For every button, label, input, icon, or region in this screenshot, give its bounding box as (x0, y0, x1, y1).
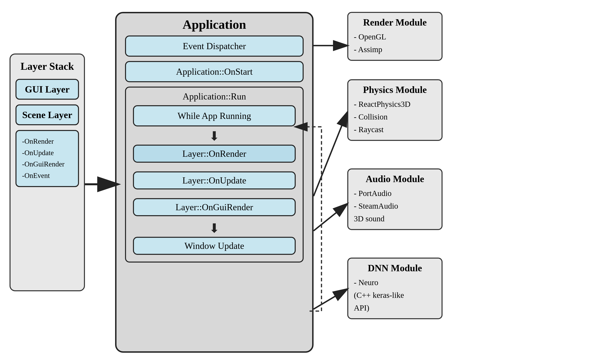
layer-on-render-box: Layer::OnRender (133, 145, 296, 163)
physics-module-content: - ReactPhysics3D- Collision- Raycast (354, 98, 436, 136)
app-run-label: Application::Run (182, 91, 246, 102)
scene-layer-box: Scene Layer (15, 104, 79, 125)
render-module-panel: Render Module - OpenGL- Assimp (347, 12, 443, 61)
dnn-module-title: DNN Module (354, 262, 436, 273)
application-panel: Application Event Dispatcher Application… (115, 12, 314, 353)
render-module-title: Render Module (354, 17, 436, 28)
audio-module-content: - PortAudio- SteamAudio3D sound (354, 187, 436, 225)
layer-stack-title: Layer Stack (20, 60, 74, 72)
physics-module-title: Physics Module (354, 84, 436, 95)
gui-layer-box: GUI Layer (15, 79, 79, 100)
dnn-module-panel: DNN Module - Neuro(C++ keras-likeAPI) (347, 258, 443, 319)
layer-on-gui-render-box: Layer::OnGuiRender (133, 198, 296, 216)
window-update-box: Window Update (133, 237, 296, 255)
app-run-container: Application::Run While App Running ⬇ Lay… (125, 87, 304, 262)
event-dispatcher-box: Event Dispatcher (125, 36, 304, 57)
arrow-down-1: ⬇ (209, 130, 220, 143)
svg-line-4 (314, 113, 347, 196)
while-app-running-box: While App Running (133, 105, 296, 126)
arrow-down-2: ⬇ (209, 222, 220, 235)
diagram-container: Layer Stack GUI Layer Scene Layer -OnRen… (0, 0, 614, 364)
svg-line-5 (314, 204, 347, 231)
physics-module-panel: Physics Module - ReactPhysics3D- Collisi… (347, 79, 443, 141)
svg-line-6 (314, 289, 347, 309)
render-module-content: - OpenGL- Assimp (354, 30, 436, 56)
on-start-box: Application::OnStart (125, 61, 304, 82)
layer-stack-panel: Layer Stack GUI Layer Scene Layer -OnRen… (10, 53, 85, 291)
gui-layer-label: GUI Layer (25, 84, 70, 94)
audio-module-panel: Audio Module - PortAudio- SteamAudio3D s… (347, 169, 443, 230)
layer-on-update-box: Layer::OnUpdate (133, 171, 296, 189)
application-title: Application (182, 17, 246, 32)
methods-box: -OnRender-OnUpdate-OnGuiRender-OnEvent (15, 130, 79, 187)
scene-layer-label: Scene Layer (22, 110, 72, 120)
dnn-module-content: - Neuro(C++ keras-likeAPI) (354, 276, 436, 314)
audio-module-title: Audio Module (354, 173, 436, 184)
